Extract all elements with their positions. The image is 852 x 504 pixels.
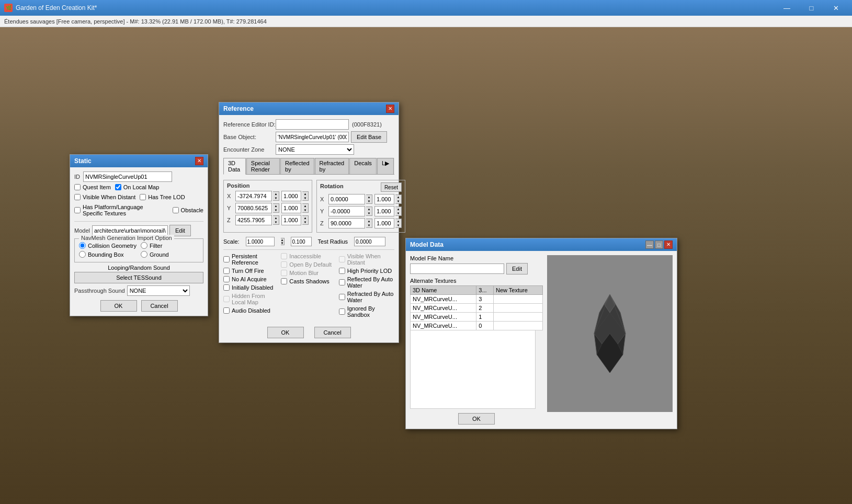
pos-z-down[interactable]: ▼ [273, 220, 279, 224]
ref-editor-id-input[interactable] [276, 119, 349, 130]
rot-x-down[interactable]: ▼ [366, 199, 372, 203]
model-input[interactable] [92, 225, 168, 236]
high-priority-lod-checkbox[interactable] [339, 268, 345, 274]
reference-dialog-close[interactable]: ✕ [386, 105, 394, 113]
filter-radio[interactable] [141, 242, 147, 249]
tab-more[interactable]: L▶ [377, 158, 394, 174]
rot-z-mult-down[interactable]: ▼ [395, 223, 401, 227]
model-data-min[interactable]: — [645, 240, 654, 249]
tab-decals[interactable]: Decals [349, 158, 377, 174]
rot-z-mult-up[interactable]: ▲ [395, 219, 401, 223]
id-input[interactable] [83, 171, 172, 182]
obstacle-checkbox[interactable] [173, 207, 179, 213]
rot-y-down[interactable]: ▼ [366, 211, 372, 215]
reflected-by-auto-water-checkbox[interactable] [339, 279, 345, 285]
table-row[interactable]: NV_MRCurveU... 2 [411, 304, 543, 313]
pos-z-mult[interactable] [281, 215, 301, 225]
pos-x-mult-down[interactable]: ▼ [302, 196, 308, 200]
model-data-max[interactable]: □ [655, 240, 663, 249]
pos-x-mult[interactable] [281, 191, 301, 201]
static-cancel-button[interactable]: Cancel [141, 300, 178, 312]
tab-special-render[interactable]: Special Render [246, 158, 280, 174]
model-edit-btn[interactable]: Edit [506, 263, 528, 274]
base-object-input[interactable] [276, 132, 349, 142]
pos-x-down[interactable]: ▼ [273, 196, 279, 200]
quest-item-checkbox[interactable] [74, 184, 81, 190]
rot-z-mult[interactable] [374, 218, 394, 228]
open-by-default-checkbox[interactable] [281, 261, 287, 268]
refracted-by-auto-water-checkbox[interactable] [339, 294, 345, 300]
tab-refracted-by[interactable]: Refracted by [315, 158, 349, 174]
rotation-reset-button[interactable]: Reset [381, 182, 402, 192]
static-dialog-close[interactable]: ✕ [195, 157, 203, 165]
motion-blur-checkbox[interactable] [281, 270, 287, 276]
rot-x-input[interactable] [328, 194, 365, 204]
static-ok-button[interactable]: OK [100, 300, 137, 312]
rot-y-mult-down[interactable]: ▼ [395, 211, 401, 215]
no-ai-acquire-checkbox[interactable] [223, 276, 230, 282]
initially-disabled-checkbox[interactable] [223, 284, 230, 291]
collision-geometry-radio[interactable] [79, 242, 86, 249]
on-local-map-checkbox[interactable] [115, 184, 121, 190]
pos-z-input[interactable] [235, 215, 272, 225]
scale-mult[interactable] [291, 237, 312, 246]
visible-when-distant-ref-checkbox[interactable] [339, 256, 345, 262]
scale-down[interactable]: ▼ [281, 242, 284, 245]
rot-y-mult[interactable] [374, 206, 394, 216]
model-file-name-input[interactable] [410, 264, 504, 274]
table-row[interactable]: NV_MRCurveU... 1 [411, 313, 543, 322]
table-row[interactable]: NV_MRCurveU... 3 [411, 295, 543, 304]
tab-reflected-by[interactable]: Reflected by [280, 158, 314, 174]
ground-radio[interactable] [141, 251, 147, 258]
maximize-button[interactable]: □ [800, 0, 823, 16]
rot-z-down[interactable]: ▼ [366, 223, 372, 227]
pos-y-up[interactable]: ▲ [273, 204, 279, 208]
inaccessible-checkbox[interactable] [281, 253, 287, 259]
pos-x-mult-up[interactable]: ▲ [302, 192, 308, 196]
pos-z-up[interactable]: ▲ [273, 216, 279, 220]
rot-x-mult-up[interactable]: ▲ [395, 195, 401, 199]
has-platform-checkbox[interactable] [74, 207, 81, 213]
reference-cancel-button[interactable]: Cancel [314, 327, 351, 338]
turn-off-fire-checkbox[interactable] [223, 268, 230, 274]
pos-y-down[interactable]: ▼ [273, 208, 279, 212]
scale-input[interactable] [246, 237, 275, 246]
casts-shadows-checkbox[interactable] [281, 278, 287, 284]
model-data-close[interactable]: ✕ [664, 240, 673, 249]
visible-when-distant-checkbox[interactable] [74, 194, 81, 200]
passthrough-select[interactable]: NONE [127, 285, 190, 296]
rot-y-input[interactable] [328, 206, 365, 216]
rot-z-up[interactable]: ▲ [366, 219, 372, 223]
rot-x-up[interactable]: ▲ [366, 195, 372, 199]
has-tree-lod-checkbox[interactable] [140, 194, 146, 200]
rot-y-mult-up[interactable]: ▲ [395, 207, 401, 211]
model-data-ok-button[interactable]: OK [458, 413, 495, 425]
minimize-button[interactable]: — [775, 0, 799, 16]
pos-z-mult-up[interactable]: ▲ [302, 216, 308, 220]
tab-3d-data[interactable]: 3D Data [223, 158, 246, 175]
ignored-by-sandbox-checkbox[interactable] [339, 308, 345, 315]
pos-y-mult-up[interactable]: ▲ [302, 204, 308, 208]
audio-disabled-checkbox[interactable] [223, 307, 230, 314]
test-radius-input[interactable] [354, 237, 385, 246]
pos-y-input[interactable] [235, 203, 272, 213]
table-row[interactable]: NV_MRCurveU... 0 [411, 322, 543, 330]
on-local-map-label: On Local Map [123, 184, 159, 190]
persistent-reference-checkbox[interactable] [223, 256, 230, 262]
rot-z-input[interactable] [328, 218, 365, 228]
rot-x-mult-down[interactable]: ▼ [395, 199, 401, 203]
pos-z-mult-down[interactable]: ▼ [302, 220, 308, 224]
encounter-zone-select[interactable]: NONE [276, 144, 354, 155]
select-tessound-button[interactable]: Select TESSound [74, 272, 203, 283]
edit-base-button[interactable]: Edit Base [351, 131, 387, 143]
pos-x-up[interactable]: ▲ [273, 192, 279, 196]
close-button[interactable]: ✕ [824, 0, 848, 16]
pos-y-mult[interactable] [281, 203, 301, 213]
pos-y-mult-down[interactable]: ▼ [302, 208, 308, 212]
pos-x-input[interactable] [235, 191, 272, 201]
hidden-from-local-map-checkbox[interactable] [223, 296, 230, 302]
bounding-box-radio[interactable] [79, 251, 86, 258]
rot-x-mult[interactable] [374, 194, 394, 204]
reference-ok-button[interactable]: OK [267, 327, 304, 338]
rot-y-up[interactable]: ▲ [366, 207, 372, 211]
